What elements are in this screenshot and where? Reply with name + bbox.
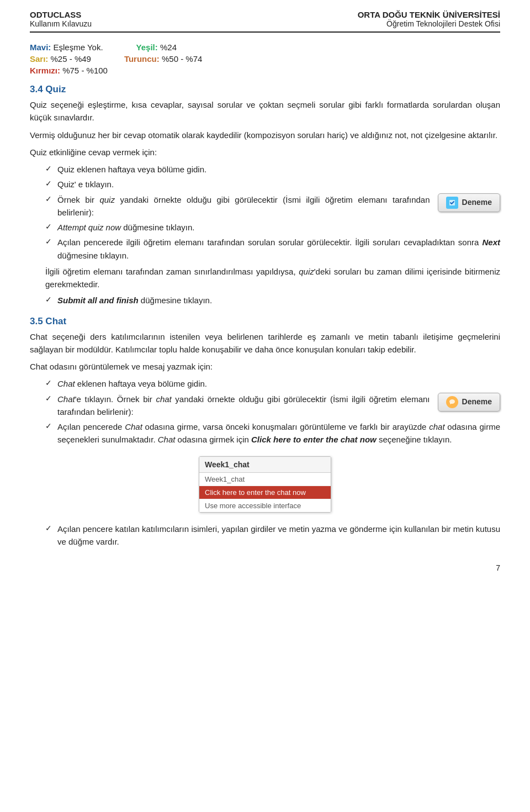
header-left: ODTUCLASS Kullanım Kılavuzu (30, 10, 92, 28)
chat-item-3: Açılan pencerede Chat odasına girme, var… (45, 420, 500, 446)
site-name: ODTUCLASS (30, 10, 92, 19)
quiz-icon (446, 197, 458, 209)
dept-name: Öğretim Teknolojileri Destek Ofisi (386, 19, 500, 28)
quiz-item-1: Quiz eklenen haftaya veya bölüme gidin. (45, 163, 500, 176)
header-right: ORTA DOĞU TEKNİK ÜNİVERSİTESİ Öğretim Te… (358, 10, 500, 28)
color-legend: Mavi: Eşleşme Yok. Yeşil: %24 Sarı: %25 … (30, 43, 500, 75)
chat-screenshot: Week1_chat Week1_chat Click here to ente… (199, 456, 331, 513)
quiz-para1: Quiz seçeneği eşleştirme, kısa cevaplar,… (30, 98, 500, 124)
quiz-item-4: Attempt quiz now düğmesine tıklayın. (45, 221, 500, 234)
university-name: ORTA DOĞU TEKNİK ÜNİVERSİTESİ (358, 10, 500, 19)
page-number: 7 (30, 563, 500, 572)
legend-mavi-value: Eşleşme Yok. (54, 43, 103, 52)
chat-checklist-2: Açılan pencere katılan katılımcıların is… (45, 523, 500, 549)
section-quiz-heading: 3.4 Quiz (30, 84, 500, 95)
section-chat-heading: 3.5 Chat (30, 316, 500, 327)
chat-screenshot-accessible: Use more accessible interface (199, 499, 331, 512)
chat-list-intro: Chat odasını görüntülemek ve mesaj yazma… (30, 360, 500, 373)
legend-mavi: Mavi: Eşleşme Yok. (30, 43, 103, 52)
legend-row-1: Mavi: Eşleşme Yok. Yeşil: %24 (30, 43, 500, 52)
quiz-note1: İlgili öğretim elemanı tarafından zaman … (45, 265, 500, 291)
legend-kirmizi: Kırmızı: %75 - %100 (30, 66, 108, 75)
quiz-checklist-2: Submit all and finish düğmesine tıklayın… (45, 294, 500, 307)
quiz-para2: Vermiş olduğunuz her bir cevap otomatik … (30, 129, 500, 141)
chat-item-1: Chat eklenen haftaya veya bölüme gidin. (45, 377, 500, 390)
quiz-list-intro: Quiz etkinliğine cevap vermek için: (30, 146, 500, 159)
legend-row-3: Kırmızı: %75 - %100 (30, 66, 500, 75)
legend-yesil-value: %24 (160, 43, 177, 52)
legend-row-2: Sarı: %25 - %49 Turuncu: %50 - %74 (30, 54, 500, 64)
quiz-item-3: Örnek bir quiz yandaki örnekte olduğu gi… (45, 193, 500, 219)
legend-kirmizi-range: %75 - %100 (62, 66, 108, 75)
legend-sari-range: %25 - %49 (51, 54, 91, 64)
quiz-item-2: Quiz' e tıklayın. (45, 178, 500, 191)
chat-item-2: Chat'e tıklayın. Örnek bir chat yandaki … (45, 393, 500, 419)
guide-name: Kullanım Kılavuzu (30, 19, 92, 28)
chat-item-4: Açılan pencere katılan katılımcıların is… (45, 523, 500, 549)
quiz-item-6: Submit all and finish düğmesine tıklayın… (45, 294, 500, 307)
quiz-checklist: Quiz eklenen haftaya veya bölüme gidin. … (45, 163, 500, 262)
legend-turuncu: Turuncu: %50 - %74 (124, 54, 202, 64)
chat-screenshot-link[interactable]: Click here to enter the chat now (199, 486, 331, 499)
chat-screenshot-subtitle: Week1_chat (199, 473, 331, 486)
quiz-item-5: Açılan pencerede ilgili öğretim elemanı … (45, 236, 500, 262)
chat-screenshot-title: Week1_chat (199, 457, 331, 473)
legend-turuncu-range: %50 - %74 (162, 54, 202, 64)
page-header: ODTUCLASS Kullanım Kılavuzu ORTA DOĞU TE… (30, 10, 500, 33)
chat-para1: Chat seçeneği ders katılımcılarının iste… (30, 330, 500, 356)
chat-icon (446, 396, 458, 408)
legend-sari: Sarı: %25 - %49 (30, 54, 91, 64)
legend-yesil: Yeşil: %24 (136, 43, 177, 52)
svg-point-1 (449, 399, 455, 404)
deneme-chat-button[interactable]: Deneme (438, 393, 500, 412)
deneme-quiz-button[interactable]: Deneme (438, 193, 500, 212)
chat-checklist: Chat eklenen haftaya veya bölüme gidin. … (45, 377, 500, 446)
